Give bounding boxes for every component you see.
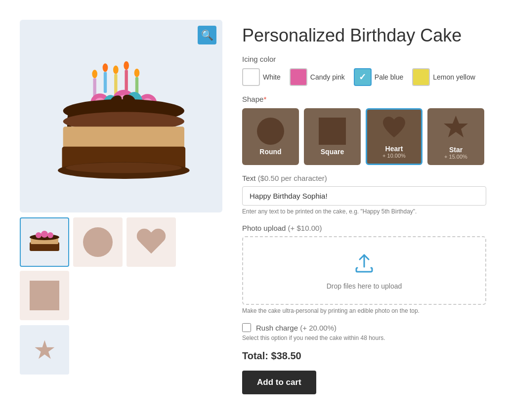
- star-icon: [442, 114, 469, 141]
- rush-section: Rush charge (+ 20.00%) Select this optio…: [242, 323, 486, 341]
- svg-marker-32: [444, 116, 468, 137]
- svg-point-0: [92, 70, 97, 78]
- shape-section: Shape* Round Square: [242, 95, 486, 165]
- rush-option: Rush charge (+ 20.00%): [242, 323, 486, 332]
- pale-blue-swatch: ✓: [354, 68, 372, 86]
- upload-icon: [253, 251, 475, 279]
- color-option-pale-blue[interactable]: ✓ Pale blue: [354, 68, 403, 86]
- color-option-lemon-yellow[interactable]: Lemon yellow: [412, 68, 475, 86]
- zoom-icon: 🔍: [201, 29, 213, 41]
- thumb-star-shape: ★: [33, 337, 56, 363]
- icing-label: Icing color: [242, 55, 486, 63]
- square-name: Square: [321, 148, 344, 156]
- star-price: + 15.00%: [444, 154, 467, 160]
- rush-label: Rush charge (+ 20.00%): [256, 324, 337, 332]
- rush-checkbox[interactable]: [242, 323, 251, 332]
- photo-helper: Make the cake ultra-personal by printing…: [242, 307, 486, 314]
- thumb-round[interactable]: [73, 217, 123, 267]
- thumb-heart[interactable]: [126, 217, 176, 267]
- text-label: Text ($0.50 per character): [242, 174, 486, 182]
- shape-square[interactable]: Square: [304, 108, 361, 165]
- square-icon: [319, 118, 346, 145]
- thumb-star[interactable]: ★: [20, 325, 69, 375]
- heart-price: + 10.00%: [382, 153, 406, 159]
- svg-point-4: [134, 69, 140, 77]
- pale-blue-check: ✓: [359, 72, 366, 83]
- total-line: Total: $38.50: [242, 350, 486, 362]
- product-title: Personalized Birthday Cake: [242, 25, 486, 46]
- svg-rect-22: [63, 126, 184, 148]
- lemon-yellow-label: Lemon yellow: [433, 73, 475, 81]
- heart-icon: [380, 115, 408, 140]
- cake-svg: [42, 37, 200, 195]
- thumb-heart-shape: [136, 229, 166, 255]
- svg-point-3: [124, 61, 129, 70]
- thumb-square[interactable]: [20, 271, 69, 320]
- add-to-cart-button[interactable]: Add to cart: [242, 371, 316, 394]
- svg-rect-7: [114, 74, 117, 95]
- shape-star[interactable]: Star + 15.00%: [427, 108, 484, 165]
- pale-blue-label: Pale blue: [375, 73, 403, 81]
- star-name: Star: [449, 146, 463, 154]
- icing-section: Icing color White Candy pink ✓ Pale blue: [242, 55, 486, 86]
- svg-rect-6: [104, 72, 107, 93]
- white-swatch: [242, 68, 260, 86]
- photo-label: Photo upload (+ $10.00): [242, 224, 486, 232]
- svg-point-30: [41, 231, 48, 238]
- rush-helper: Select this option if you need the cake …: [242, 335, 486, 341]
- text-input[interactable]: [242, 186, 486, 206]
- svg-point-25: [66, 163, 182, 173]
- candy-pink-swatch: [290, 68, 307, 86]
- right-column: Personalized Birthday Cake Icing color W…: [242, 20, 486, 394]
- svg-point-1: [103, 63, 108, 72]
- shape-label: Shape*: [242, 95, 486, 103]
- svg-point-2: [113, 66, 119, 74]
- lemon-yellow-swatch: [412, 68, 430, 86]
- shape-options: Round Square Heart: [242, 108, 486, 165]
- round-icon: [257, 118, 284, 145]
- required-star: *: [263, 95, 266, 103]
- icing-colors: White Candy pink ✓ Pale blue Lemon yello…: [242, 68, 486, 86]
- thumb-circle-shape: [83, 227, 113, 257]
- candy-pink-label: Candy pink: [310, 73, 345, 81]
- thumb-square-shape: [30, 281, 59, 310]
- heart-name: Heart: [385, 145, 403, 153]
- left-column: 🔍: [20, 20, 222, 394]
- thumb-cake-svg: [25, 222, 64, 262]
- photo-upload-section: Photo upload (+ $10.00) Drop files here …: [242, 224, 486, 314]
- page-container: 🔍: [10, 10, 496, 404]
- thumbnail-row: [20, 217, 222, 320]
- svg-point-29: [36, 232, 42, 238]
- color-option-white[interactable]: White: [242, 68, 281, 86]
- text-helper: Enter any text to be printed on the cake…: [242, 208, 486, 215]
- shape-heart[interactable]: Heart + 10.00%: [366, 108, 422, 165]
- upload-text: Drop files here to upload: [253, 282, 475, 290]
- round-name: Round: [259, 148, 281, 156]
- white-label: White: [263, 73, 281, 81]
- color-option-candy-pink[interactable]: Candy pink: [290, 68, 345, 86]
- svg-rect-8: [125, 70, 127, 91]
- thumbnail-row-2: ★: [20, 325, 222, 375]
- zoom-button[interactable]: 🔍: [198, 26, 216, 44]
- main-image: 🔍: [20, 20, 222, 212]
- thumb-cake[interactable]: [20, 217, 69, 267]
- shape-round[interactable]: Round: [242, 108, 299, 165]
- svg-point-31: [47, 232, 53, 238]
- text-section: Text ($0.50 per character) Enter any tex…: [242, 174, 486, 215]
- upload-area[interactable]: Drop files here to upload: [242, 236, 486, 305]
